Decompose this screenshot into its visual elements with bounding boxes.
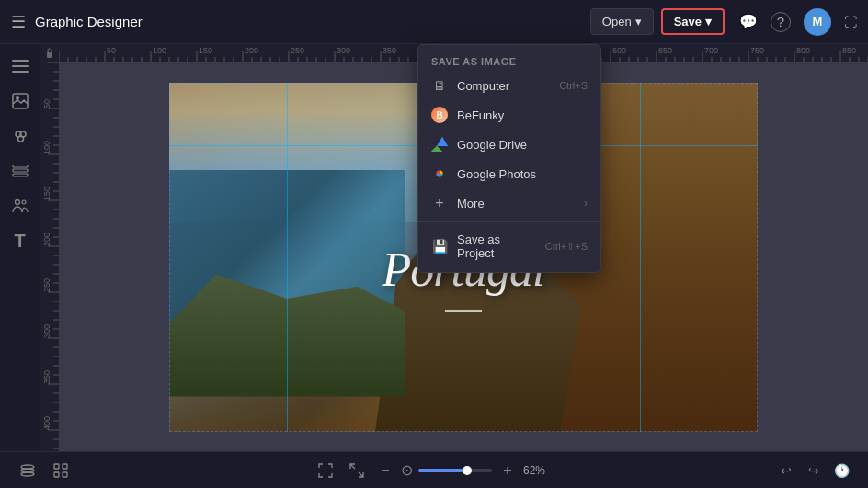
- save-dropdown-menu: Save as Image 🖥 Computer Ctrl+S B BeFunk…: [417, 44, 601, 273]
- ruler-vertical: [40, 62, 59, 451]
- topbar: ☰ Graphic Designer Open ▾ Save ▾ 💬 ? M ⛶: [0, 0, 868, 44]
- svg-rect-26: [63, 472, 67, 477]
- more-label: More: [457, 197, 485, 210]
- zoom-in-button[interactable]: +: [497, 460, 518, 481]
- computer-label: Computer: [457, 79, 509, 93]
- befunky-icon: B: [431, 107, 448, 123]
- computer-shortcut: Ctrl+S: [559, 80, 588, 91]
- redo-button[interactable]: ↪: [802, 459, 826, 482]
- fit-frame-icon[interactable]: [313, 458, 338, 483]
- canvas-divider-line: [445, 310, 482, 312]
- save-gdrive-item[interactable]: Google Drive: [418, 130, 600, 159]
- topbar-actions: Open ▾ Save ▾ 💬 ? M ⛶: [590, 8, 857, 36]
- history-button[interactable]: 🕐: [829, 459, 853, 482]
- svg-rect-19: [47, 52, 52, 58]
- save-computer-item[interactable]: 🖥 Computer Ctrl+S: [418, 71, 600, 100]
- zoom-dot-icon[interactable]: ⊙: [401, 461, 413, 479]
- svg-rect-23: [54, 464, 59, 469]
- zoom-slider-thumb[interactable]: [463, 466, 472, 475]
- gdrive-icon: [431, 136, 448, 153]
- plus-icon: +: [431, 195, 448, 211]
- gdrive-label: Google Drive: [457, 138, 527, 152]
- befunky-label: BeFunky: [457, 108, 504, 122]
- bottom-center-controls: − ⊙ + 62%: [313, 458, 555, 483]
- save-more-item[interactable]: + More ›: [418, 188, 600, 218]
- monitor-icon: 🖥: [431, 77, 448, 94]
- save-gphotos-item[interactable]: Google Photos: [418, 159, 600, 188]
- sidebar-item-layers[interactable]: [6, 156, 35, 186]
- gphotos-icon: [431, 165, 448, 182]
- svg-rect-7: [12, 65, 29, 67]
- svg-point-18: [22, 200, 26, 204]
- dropdown-divider: [418, 221, 600, 222]
- save-project-item[interactable]: 💾 Save as Project Ctrl+⇧+S: [418, 226, 600, 267]
- svg-rect-16: [13, 174, 28, 176]
- svg-rect-6: [12, 60, 29, 62]
- zoom-percent-label: 62%: [523, 464, 555, 477]
- zoom-out-button[interactable]: −: [375, 460, 395, 481]
- svg-point-17: [15, 200, 19, 205]
- sidebar-item-menu[interactable]: [6, 51, 35, 81]
- topbar-icons: 💬 ? M ⛶: [739, 8, 857, 36]
- dropdown-header: Save as Image: [418, 51, 600, 71]
- svg-point-22: [21, 472, 34, 476]
- save-button[interactable]: Save ▾: [661, 8, 725, 35]
- svg-rect-24: [63, 464, 67, 469]
- save-chevron: ▾: [705, 15, 712, 28]
- left-sidebar: T: [0, 44, 40, 451]
- save-project-icon: 💾: [431, 238, 448, 255]
- open-label: Open: [602, 15, 632, 28]
- help-icon[interactable]: ?: [771, 12, 791, 32]
- bottom-right-controls: ↩ ↪ 🕐: [774, 459, 853, 482]
- zoom-slider[interactable]: [418, 469, 492, 472]
- open-button[interactable]: Open ▾: [590, 8, 654, 35]
- gphotos-label: Google Photos: [457, 167, 536, 181]
- message-icon[interactable]: 💬: [739, 13, 758, 30]
- avatar[interactable]: M: [804, 8, 831, 36]
- svg-rect-15: [13, 169, 28, 172]
- save-project-label: Save as Project: [457, 233, 536, 260]
- save-befunky-item[interactable]: B BeFunky: [418, 100, 600, 130]
- expand-frame-icon[interactable]: [344, 458, 370, 483]
- svg-point-13: [17, 136, 23, 142]
- save-label: Save: [674, 15, 702, 28]
- zoom-control: − ⊙ +: [375, 460, 518, 481]
- layers-icon[interactable]: [15, 458, 40, 483]
- bottom-left-controls: [15, 458, 74, 483]
- svg-marker-3: [431, 146, 442, 152]
- grid-icon[interactable]: [48, 458, 74, 483]
- save-project-shortcut: Ctrl+⇧+S: [545, 241, 588, 253]
- hamburger-menu-icon[interactable]: ☰: [11, 12, 26, 32]
- expand-icon[interactable]: ⛶: [844, 15, 857, 29]
- undo-button[interactable]: ↩: [774, 459, 798, 482]
- svg-rect-8: [12, 71, 29, 73]
- app-title: Graphic Designer: [35, 14, 581, 29]
- sidebar-item-people[interactable]: [6, 191, 35, 221]
- sidebar-item-effects[interactable]: [6, 121, 35, 151]
- svg-marker-4: [437, 137, 448, 146]
- bottom-bar: − ⊙ + 62% ↩ ↪ 🕐: [0, 451, 868, 488]
- sidebar-item-text[interactable]: T: [6, 226, 35, 255]
- more-chevron-icon: ›: [584, 197, 588, 210]
- zoom-slider-fill: [418, 469, 464, 472]
- ruler-corner: [40, 44, 59, 62]
- sidebar-item-image[interactable]: [6, 86, 35, 116]
- svg-rect-14: [13, 165, 28, 167]
- svg-rect-25: [54, 472, 59, 477]
- open-chevron: ▾: [635, 15, 642, 28]
